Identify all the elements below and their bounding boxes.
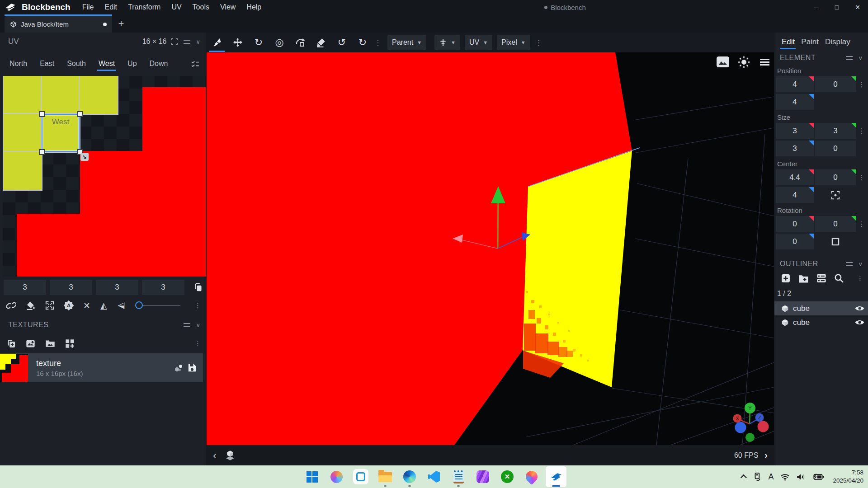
center-x-field[interactable]: 4.4	[776, 169, 814, 185]
drag-handle-icon[interactable]	[846, 56, 853, 60]
taskbar-clock[interactable]: 7:58 2025/04/20	[833, 469, 863, 484]
taskbar-paint[interactable]	[521, 466, 542, 487]
taskbar-windows-start[interactable]	[302, 466, 322, 487]
select-tool-icon[interactable]	[207, 34, 227, 51]
kebab-icon[interactable]: ⋮	[857, 274, 863, 282]
maximize-button[interactable]: □	[826, 0, 847, 14]
parent-dropdown[interactable]: Parent▼	[387, 35, 426, 50]
taskbar-file-explorer[interactable]	[375, 466, 396, 487]
block-display-icon[interactable]	[225, 450, 236, 461]
outliner-item-cube-2[interactable]: cube	[774, 315, 868, 329]
face-tab-west[interactable]: West	[93, 56, 121, 72]
redo-icon[interactable]: ↻	[352, 34, 373, 51]
taskbar-security-app[interactable]	[350, 466, 371, 487]
drag-handle-icon[interactable]	[184, 323, 190, 327]
uv-field-x[interactable]: 3	[4, 280, 46, 295]
pivot-tool-icon[interactable]: ◎	[269, 34, 290, 51]
move-tool-icon[interactable]	[227, 34, 248, 51]
texture-list-item[interactable]: texture 16 x 16px (16x)	[0, 353, 203, 382]
rotation-x-field[interactable]: 0	[776, 216, 814, 232]
rotation-z-field[interactable]: 0	[776, 234, 814, 249]
sun-icon[interactable]	[737, 55, 750, 69]
background-image-icon[interactable]	[716, 55, 730, 69]
position-x-field[interactable]: 4	[776, 76, 814, 92]
rotation-y-field[interactable]: 0	[815, 216, 856, 232]
taskbar-clipchamp[interactable]	[472, 466, 493, 487]
chevron-right-icon[interactable]: ›	[764, 450, 768, 460]
uv-canvas[interactable]: West ↘	[3, 76, 206, 277]
center-z-field[interactable]: 4	[776, 187, 814, 203]
copy-icon[interactable]	[193, 283, 203, 292]
kebab-icon[interactable]: ⋮	[857, 174, 866, 182]
viewport-3d[interactable]: Y X Z	[207, 52, 774, 445]
usb-eject-icon[interactable]	[754, 472, 761, 481]
gizmo-ball-neg-z[interactable]	[758, 421, 769, 432]
battery-charging-icon[interactable]	[812, 474, 824, 480]
position-z-field[interactable]: 4	[776, 94, 814, 110]
expand-icon[interactable]	[45, 301, 54, 310]
uv-handle-top-left[interactable]	[39, 111, 45, 117]
fill-bucket-icon[interactable]	[26, 301, 35, 310]
slider-knob[interactable]	[135, 301, 143, 309]
chevron-down-icon[interactable]: ∨	[196, 322, 200, 328]
outliner-item-cube-1[interactable]: cube	[774, 301, 868, 315]
add-cube-icon[interactable]	[781, 273, 791, 283]
chevron-down-icon[interactable]: ∨	[858, 55, 863, 61]
face-select-menu-icon[interactable]	[191, 60, 199, 67]
sort-icon[interactable]	[816, 273, 826, 283]
close-button[interactable]: ✕	[847, 0, 868, 14]
uv-selection-west[interactable]: West	[42, 114, 80, 152]
wifi-icon[interactable]	[780, 473, 790, 481]
undo-icon[interactable]: ↺	[331, 34, 352, 51]
hidden-icons-chevron-icon[interactable]	[741, 474, 747, 481]
eye-icon[interactable]	[855, 319, 864, 326]
mirror-y-icon[interactable]: ◭	[115, 302, 125, 309]
kebab-icon[interactable]: ⋮	[534, 38, 544, 47]
snap-dropdown[interactable]: ▼	[434, 35, 460, 50]
brush-tool-icon[interactable]	[311, 34, 331, 51]
menu-view[interactable]: View	[215, 1, 241, 14]
gizmo-ball-neg-x[interactable]	[735, 422, 746, 433]
kebab-icon[interactable]: ⋮	[373, 38, 383, 47]
kebab-icon[interactable]: ⋮	[857, 127, 866, 135]
position-y-field[interactable]: 0	[815, 76, 856, 92]
chevron-down-icon[interactable]: ∨	[196, 38, 200, 45]
rotate-tool-icon[interactable]: ↻	[248, 34, 269, 51]
taskbar-xbox[interactable]: ✕	[497, 466, 518, 487]
tab-java-block-item[interactable]: Java Block/Item	[5, 14, 112, 33]
pixel-grid-dropdown[interactable]: Pixel▼	[497, 35, 530, 50]
ime-indicator[interactable]: A	[768, 472, 774, 482]
chevron-down-icon[interactable]: ∨	[858, 261, 863, 267]
tab-display[interactable]: Display	[823, 37, 852, 49]
open-folder-icon[interactable]	[45, 339, 55, 348]
tab-paint[interactable]: Paint	[799, 37, 821, 49]
focus-pivot-icon[interactable]	[815, 187, 856, 203]
taskbar-copilot[interactable]	[326, 466, 347, 487]
uv-mode-dropdown[interactable]: UV▼	[465, 35, 492, 50]
size-x-field[interactable]: 3	[776, 123, 814, 139]
inflate-field[interactable]: 0	[815, 141, 856, 156]
rescale-toggle-icon[interactable]	[815, 234, 856, 249]
uv-handle-bottom-left[interactable]	[39, 149, 45, 155]
size-y-field[interactable]: 3	[815, 123, 856, 139]
kebab-icon[interactable]: ⋮	[194, 339, 201, 347]
menu-edit[interactable]: Edit	[99, 1, 123, 14]
search-icon[interactable]	[834, 273, 844, 283]
new-texture-icon[interactable]	[6, 339, 16, 348]
menu-icon[interactable]	[758, 55, 771, 69]
new-tab-button[interactable]: +	[112, 14, 130, 33]
kebab-icon[interactable]: ⋮	[857, 220, 866, 228]
save-icon[interactable]	[188, 363, 197, 372]
uv-rotate-handle-icon[interactable]: ↘	[80, 153, 89, 161]
face-tab-down[interactable]: Down	[144, 56, 174, 72]
tab-edit[interactable]: Edit	[780, 37, 797, 49]
add-group-icon[interactable]	[798, 274, 809, 283]
chevron-left-icon[interactable]: ‹	[213, 449, 217, 462]
taskbar-notepad[interactable]	[448, 466, 469, 487]
mirror-x-icon[interactable]: ◭	[100, 300, 107, 311]
clear-icon[interactable]: ✕	[83, 300, 90, 311]
taskbar-edge[interactable]	[399, 466, 420, 487]
kebab-icon[interactable]: ⋮	[857, 80, 866, 89]
link-icon[interactable]	[6, 301, 16, 310]
uv-handle-top-right[interactable]	[77, 111, 83, 117]
